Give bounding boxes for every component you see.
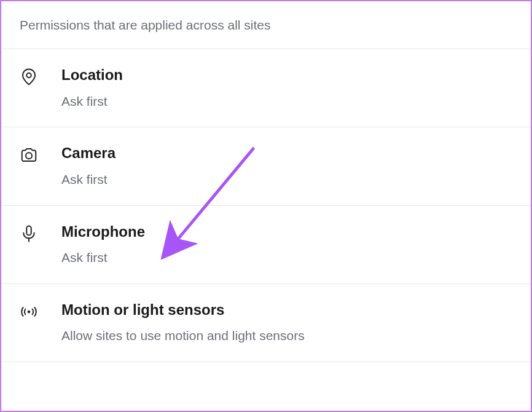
camera-icon (20, 145, 61, 164)
permission-subtitle: Allow sites to use motion and light sens… (61, 327, 512, 344)
microphone-icon (20, 223, 61, 243)
svg-point-1 (26, 153, 32, 159)
permission-subtitle: Ask first (61, 171, 512, 188)
permission-row-camera[interactable]: Camera Ask first (1, 127, 531, 205)
permissions-header-text: Permissions that are applied across all … (20, 18, 271, 32)
permission-row-microphone[interactable]: Microphone Ask first (1, 206, 531, 284)
permission-title: Location (61, 66, 512, 84)
permission-text: Motion or light sensors Allow sites to u… (61, 301, 512, 344)
permissions-header: Permissions that are applied across all … (1, 1, 531, 49)
permission-title: Microphone (61, 223, 512, 241)
svg-rect-2 (26, 226, 31, 235)
svg-point-4 (28, 310, 31, 313)
permission-subtitle: Ask first (61, 93, 512, 109)
location-icon (20, 66, 61, 86)
permissions-panel: Permissions that are applied across all … (0, 0, 532, 412)
permission-text: Microphone Ask first (61, 223, 512, 266)
motion-sensor-icon (20, 301, 61, 321)
permission-text: Location Ask first (61, 66, 512, 109)
svg-point-0 (26, 73, 31, 78)
permission-row-location[interactable]: Location Ask first (1, 49, 531, 127)
permission-row-motion-sensors[interactable]: Motion or light sensors Allow sites to u… (1, 284, 531, 362)
permission-subtitle: Ask first (61, 249, 512, 266)
permission-title: Motion or light sensors (61, 301, 512, 319)
permission-text: Camera Ask first (61, 145, 512, 188)
permission-title: Camera (61, 145, 512, 162)
